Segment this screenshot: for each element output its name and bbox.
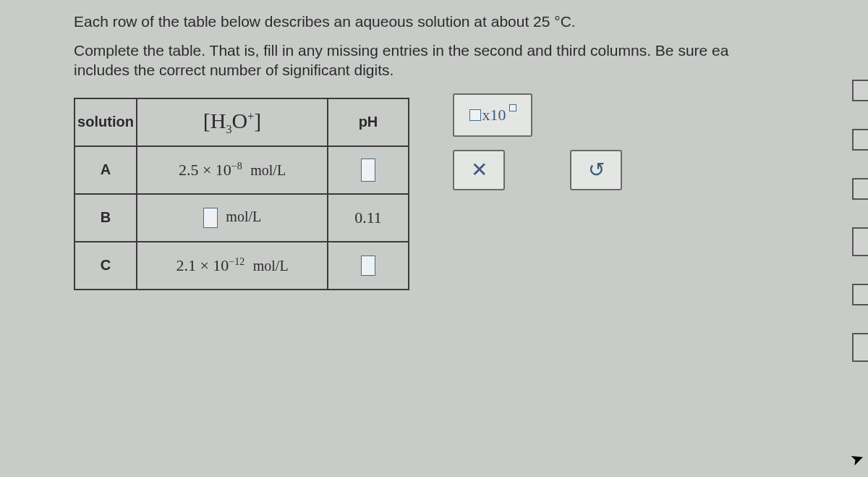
a-exp: −8 (231, 160, 242, 171)
input-palette: x10 ✕ ↺ (453, 93, 622, 190)
header-solution: solution (75, 98, 137, 146)
instruction-line-2a: Complete the table. That is, fill in any… (74, 42, 728, 59)
c-times: × (200, 256, 208, 274)
row-a-ph-input[interactable] (328, 146, 409, 194)
table-row: A 2.5 × 10−8 mol/L (75, 146, 409, 194)
a-coeff: 2.5 (179, 161, 199, 179)
table-row: B mol/L 0.11 (75, 194, 409, 242)
clear-button[interactable]: ✕ (453, 150, 505, 190)
undo-icon: ↺ (588, 158, 605, 182)
row-a-h3o: 2.5 × 10−8 mol/L (137, 146, 328, 194)
instruction-line-2: Complete the table. That is, fill in any… (74, 41, 868, 80)
header-h3o: [H3O+] (137, 98, 328, 146)
row-b-ph: 0.11 (328, 194, 409, 242)
exponent-box-icon (509, 104, 516, 111)
cursor-icon: ➤ (848, 448, 867, 470)
rail-icon[interactable] (852, 80, 868, 101)
c-base: 10 (213, 256, 229, 274)
mantissa-box-icon (469, 109, 481, 121)
a-base: 10 (216, 161, 231, 179)
row-c-h3o: 2.1 × 10−12 mol/L (137, 242, 328, 290)
b-unit: mol/L (226, 208, 261, 224)
row-b-h3o-input[interactable]: mol/L (137, 194, 328, 242)
instruction-line-3: includes the correct number of significa… (74, 62, 393, 78)
rail-icon[interactable] (852, 333, 868, 362)
row-label-a: A (75, 146, 137, 194)
right-toolbar (849, 80, 868, 362)
row-label-b: B (75, 194, 137, 242)
rail-icon[interactable] (852, 284, 868, 305)
c-unit: mol/L (253, 258, 289, 274)
rail-icon[interactable] (852, 129, 868, 151)
rail-icon[interactable] (852, 178, 868, 200)
table-row: C 2.1 × 10−12 mol/L (75, 242, 409, 290)
instruction-line-1: Each row of the table below describes an… (74, 13, 868, 30)
a-times: × (203, 161, 211, 179)
x10-label: x10 (482, 106, 506, 124)
rail-icon[interactable] (852, 227, 868, 256)
reset-button[interactable]: ↺ (570, 150, 622, 190)
c-coeff: 2.1 (176, 256, 196, 274)
sci-notation-button[interactable]: x10 (453, 93, 532, 137)
a-unit: mol/L (250, 162, 286, 178)
header-ph: pH (328, 98, 409, 146)
row-c-ph-input[interactable] (328, 242, 409, 290)
close-icon: ✕ (471, 158, 488, 182)
row-label-c: C (75, 242, 137, 290)
solution-table: solution [H3O+] pH A 2.5 × 10−8 mol/L (74, 98, 409, 290)
c-exp: −12 (229, 256, 244, 266)
